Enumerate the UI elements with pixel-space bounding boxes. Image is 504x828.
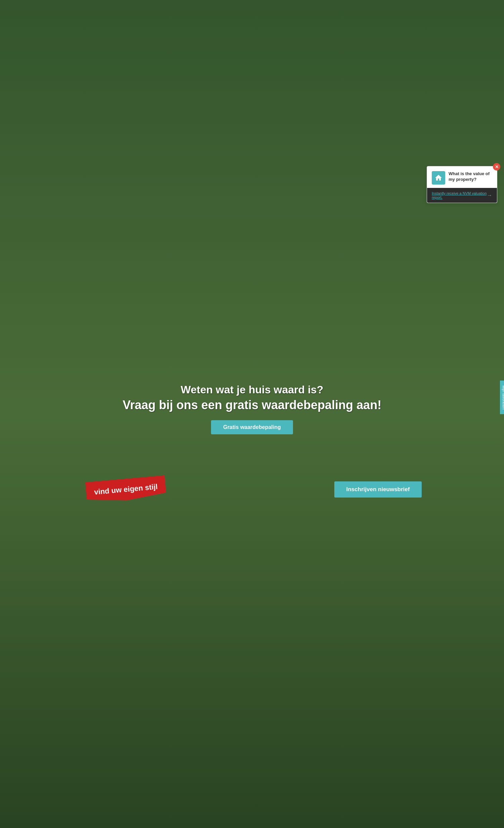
- popup-footer: Instantly receive a NVM valuation report…: [427, 188, 497, 203]
- popup-close-button[interactable]: ✕: [493, 163, 500, 170]
- nieuwsbrief-right: Inschrijven nieuwsbrief: [252, 451, 504, 528]
- popup-arrow[interactable]: →: [487, 192, 492, 198]
- waardebepaling-line1: Weten wat je huis waard is?: [123, 384, 381, 396]
- waardebepaling-button[interactable]: Gratis waardebepaling: [211, 420, 293, 434]
- style-tag: vind uw eigen stijl: [85, 475, 167, 504]
- waardebepaling-line2: Vraag bij ons een gratis waardebepaling …: [123, 398, 381, 412]
- vind-tag: vind uw eigen stijl: [86, 479, 166, 501]
- popup-header: What is the value of my property?: [432, 171, 492, 185]
- popup-nvm-link[interactable]: Instantly receive a NVM valuation report…: [432, 191, 487, 199]
- favorites-tab[interactable]: Mijn favorieten: [500, 381, 504, 414]
- house-value-icon: [432, 171, 445, 185]
- nieuwsbrief-section: vind uw eigen stijl Inschrijven nieuwsbr…: [0, 451, 504, 528]
- popup-title: What is the value of my property?: [449, 171, 492, 183]
- nieuwsbrief-button[interactable]: Inschrijven nieuwsbrief: [334, 481, 422, 498]
- property-value-popup: ✕ What is the value of my property? Inst…: [427, 166, 497, 203]
